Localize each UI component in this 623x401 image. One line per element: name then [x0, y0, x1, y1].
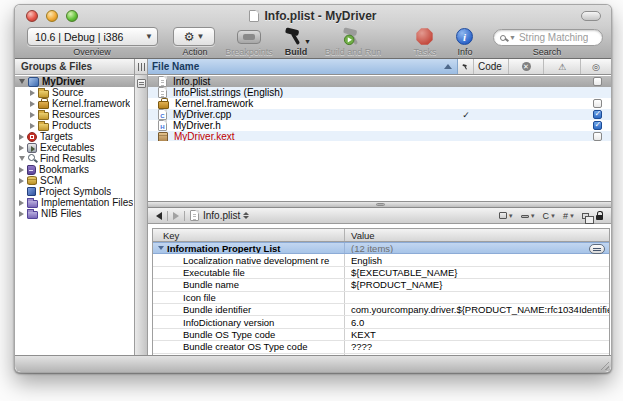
disclosure-triangle-icon[interactable]	[19, 134, 24, 140]
plist-row-root[interactable]: Information Property List (12 items)	[153, 242, 609, 254]
disclosure-triangle-icon[interactable]	[19, 156, 25, 161]
detail-menu-icon[interactable]	[137, 79, 146, 88]
close-button[interactable]	[26, 10, 38, 22]
action-button[interactable]: ⚙ ▼	[173, 27, 215, 46]
sidebar-item-executables[interactable]: Executables	[15, 142, 134, 153]
plist-value[interactable]: ????	[351, 341, 372, 352]
sidebar-item-nib-files[interactable]: NIB Files	[15, 208, 134, 219]
bookmarks-menu-button[interactable]: ▼	[499, 212, 514, 219]
plist-row[interactable]: Bundle OS Type code KEXT	[153, 329, 609, 341]
sidebar-item-resources[interactable]: Resources	[15, 109, 134, 120]
sidebar-item-scm[interactable]: SCM	[15, 175, 134, 186]
plist-value[interactable]: 6.0	[351, 317, 364, 328]
column-header-target[interactable]: ◎	[581, 59, 611, 74]
warning-icon: ⚠	[558, 62, 566, 72]
column-header-code[interactable]: Code	[474, 59, 509, 74]
toolbar-toggle-pill[interactable]	[581, 11, 601, 21]
disclosure-triangle-icon[interactable]	[30, 112, 35, 118]
plist-key: Bundle name	[183, 279, 239, 290]
target-icon	[27, 132, 37, 142]
plist-value[interactable]: ${EXECUTABLE_NAME}	[351, 267, 457, 278]
column-header-key[interactable]: Key	[153, 229, 345, 241]
hammer-icon	[462, 62, 469, 72]
sidebar-splitter[interactable]	[134, 59, 148, 355]
sidebar-item-mydriver[interactable]: MyDriver	[15, 76, 134, 87]
row-action-button[interactable]	[589, 244, 605, 254]
plist-value[interactable]: KEXT	[351, 329, 376, 340]
disclosure-triangle-icon[interactable]	[19, 167, 24, 173]
disclosure-triangle-icon[interactable]	[19, 200, 24, 206]
plist-value[interactable]: ${PRODUCT_NAME}	[351, 279, 442, 290]
file-row-info-plist[interactable]: Info.plist	[148, 76, 611, 87]
sidebar-item-project-symbols[interactable]: Project Symbols	[15, 186, 134, 197]
column-header-file-name[interactable]: File Name	[148, 59, 458, 74]
back-button[interactable]	[156, 212, 162, 220]
column-header-warnings[interactable]: ⚠	[544, 59, 581, 74]
build-and-run-icon[interactable]	[341, 26, 365, 47]
sidebar-item-find-results[interactable]: Find Results	[15, 153, 134, 164]
plist-row[interactable]: Executable file ${EXECUTABLE_NAME}	[153, 267, 609, 279]
disclosure-triangle-icon[interactable]	[19, 178, 24, 184]
sidebar-item-products[interactable]: Products	[15, 120, 134, 131]
minimize-button[interactable]	[46, 10, 58, 22]
disclosure-triangle-icon[interactable]	[30, 90, 35, 96]
info-icon[interactable]: i	[456, 28, 473, 45]
file-history-popup[interactable]: Info.plist	[203, 210, 240, 221]
tasks-stop-icon[interactable]	[416, 28, 433, 45]
plist-row[interactable]: Bundle identifier com.yourcompany.driver…	[153, 304, 609, 316]
title-bar[interactable]: Info.plist - MyDriver	[15, 5, 611, 26]
sidebar-tree: MyDriver Source Kernel.framework Resourc…	[15, 76, 134, 355]
column-header-build[interactable]	[458, 59, 474, 74]
disclosure-triangle-icon[interactable]	[19, 79, 25, 84]
search-icon	[500, 35, 506, 41]
column-toggle-icon[interactable]	[138, 63, 145, 71]
plist-row[interactable]: Bundle creator OS Type code ????	[153, 341, 609, 353]
forward-button[interactable]	[173, 212, 179, 220]
counterpart-icon[interactable]	[582, 213, 589, 219]
sidebar-item-implementation-files[interactable]: Implementation Files	[15, 197, 134, 208]
disclosure-triangle-icon[interactable]	[158, 246, 164, 250]
target-checkbox[interactable]	[593, 77, 602, 86]
sidebar-item-kernel-framework[interactable]: Kernel.framework	[15, 98, 134, 109]
plist-value[interactable]: English	[351, 255, 382, 266]
class-hierarchy-menu-button[interactable]: C▼	[543, 211, 556, 221]
overview-select[interactable]: 10.6 | Debug | i386 ▼	[27, 27, 158, 46]
resize-grip[interactable]	[598, 359, 609, 370]
sidebar-item-targets[interactable]: Targets	[15, 131, 134, 142]
document-proxy-icon[interactable]	[249, 10, 259, 22]
breakpoints-icon[interactable]	[237, 30, 261, 44]
file-row-mydriver-h[interactable]: MyDriver.h	[148, 120, 611, 131]
column-header-errors[interactable]: ✕	[509, 59, 544, 74]
overview-label: Overview	[42, 47, 142, 57]
plist-value[interactable]: com.yourcompany.driver.${PRODUCT_NAME:rf…	[351, 304, 609, 315]
disclosure-triangle-icon[interactable]	[19, 211, 24, 217]
symbols-menu-button[interactable]: #▼	[563, 211, 575, 221]
target-checkbox[interactable]	[593, 99, 602, 108]
plist-row[interactable]: InfoDictionary version 6.0	[153, 316, 609, 328]
disclosure-triangle-icon[interactable]	[30, 123, 35, 129]
sidebar-item-bookmarks[interactable]: Bookmarks	[15, 164, 134, 175]
target-checkbox[interactable]	[593, 110, 602, 119]
plist-row[interactable]: Bundle name ${PRODUCT_NAME}	[153, 279, 609, 291]
breakpoints-menu-button[interactable]: ▼	[521, 213, 536, 219]
target-checkbox[interactable]	[593, 121, 602, 130]
chevron-down-icon: ▼	[145, 32, 153, 41]
sidebar-header-label: Groups & Files	[21, 61, 92, 72]
sidebar-item-source[interactable]: Source	[15, 87, 134, 98]
file-row-infoplist-strings[interactable]: InfoPlist.strings (English)	[148, 87, 611, 98]
search-input[interactable]: ▼ String Matching	[493, 29, 603, 46]
zoom-button[interactable]	[66, 10, 78, 22]
file-row-kernel-framework[interactable]: Kernel.framework	[148, 98, 611, 109]
disclosure-triangle-icon[interactable]	[19, 145, 24, 151]
editor-splitter[interactable]	[148, 201, 611, 208]
plist-row[interactable]: Icon file	[153, 292, 609, 304]
plist-row[interactable]: Localization native development re Engli…	[153, 254, 609, 266]
strings-file-icon	[158, 87, 167, 98]
book-icon	[27, 165, 36, 175]
target-checkbox[interactable]	[593, 132, 602, 141]
sidebar-item-label: Bookmarks	[39, 164, 89, 175]
lock-icon[interactable]	[596, 215, 603, 220]
column-header-value[interactable]: Value	[345, 229, 609, 241]
file-row-mydriver-cpp[interactable]: MyDriver.cpp ✓	[148, 109, 611, 120]
disclosure-triangle-icon[interactable]	[30, 101, 35, 107]
